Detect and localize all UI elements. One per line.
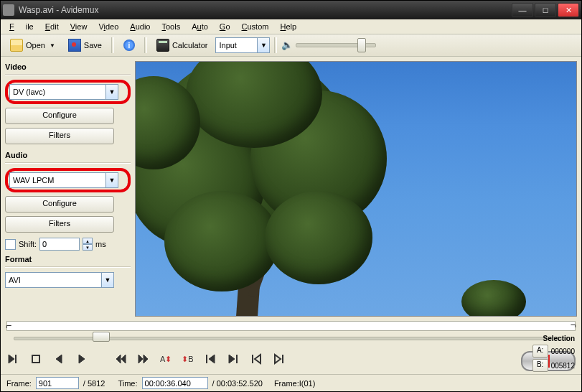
svg-rect-0 [32,355,39,363]
divider [5,74,131,75]
video-section-label: Video [5,62,131,71]
menu-tools[interactable]: Tools [156,21,186,32]
calculator-icon [156,39,169,52]
info-icon: i [123,39,135,51]
menu-view[interactable]: View [65,21,93,32]
toolbar-separator [111,37,114,53]
volume-thumb[interactable] [357,38,366,52]
shift-unit: ms [95,240,106,248]
prev-frame-button[interactable] [52,353,65,365]
prev-black-button[interactable] [250,353,263,365]
info-button[interactable]: i [118,37,140,54]
audio-section-label: Audio [5,151,131,159]
bottom-bar: A⬍ ⬍B Selection A: 000000 B: 005812 [1,350,581,374]
shift-input[interactable] [39,238,80,251]
goto-start-button[interactable] [204,353,217,365]
video-codec-combo[interactable]: DV (lavc) ▼ [9,84,118,100]
shift-checkbox[interactable] [5,239,16,250]
shift-label: Shift: [19,240,37,248]
frame-label: Frame: [6,379,32,388]
stop-button[interactable] [29,353,42,365]
play-button[interactable] [6,353,19,365]
menu-help[interactable]: Help [274,21,302,32]
chevron-down-icon: ▼ [257,38,269,52]
divider [5,162,131,164]
video-codec-value: DV (lavc) [10,88,105,96]
open-button[interactable]: Open ▼ [5,37,60,54]
volume-slider[interactable] [296,43,376,47]
marker-a-icon: ⌐ [6,319,11,331]
chevron-down-icon: ▼ [105,173,118,187]
format-section-label: Format [5,255,131,263]
save-label: Save [84,41,102,50]
audio-codec-combo[interactable]: WAV LPCM ▼ [9,172,118,188]
selection-track[interactable]: ⌐ ¬ [6,321,576,331]
frame-input[interactable] [36,377,79,389]
save-button[interactable]: Save [63,37,107,54]
sidebar: Video DV (lavc) ▼ Configure Filters Audi… [1,57,135,321]
transport-controls: A⬍ ⬍B [6,351,517,367]
goto-a-button[interactable]: A: [532,345,548,358]
titlebar: Wasp.avi - Avidemux — □ ✕ [1,1,581,19]
next-frame-button[interactable] [75,353,88,365]
minimize-button[interactable]: — [512,3,533,17]
video-filters-button[interactable]: Filters [5,128,114,144]
frame-type: Frame:I(01) [274,379,315,388]
menu-auto[interactable]: Auto [186,21,214,32]
menu-video[interactable]: Video [93,21,124,32]
maximize-button[interactable]: □ [535,3,556,17]
shift-spinner[interactable]: ▲▼ [83,238,93,251]
status-bar: Frame: / 5812 Time: / 00:03:52.520 Frame… [1,374,581,391]
toolbar: Open ▼ Save i Calculator Input ▼ [1,34,581,57]
speaker-icon[interactable] [281,39,293,51]
timeline-area: ⌐ ¬ [1,321,581,350]
frame-total: / 5812 [83,379,105,388]
open-label: Open [26,41,45,50]
selection-b-value: 005812 [551,362,575,370]
divider [5,266,131,268]
selection-a-value: 000000 [551,347,575,355]
menu-file[interactable]: File [4,21,39,32]
set-marker-a-button[interactable]: A⬍ [160,353,172,365]
position-thumb[interactable] [93,332,110,342]
toolbar-separator [274,37,277,53]
calculator-button[interactable]: Calculator [151,37,213,54]
app-icon [3,4,14,16]
format-combo[interactable]: AVI ▼ [5,272,114,288]
app-window: Wasp.avi - Avidemux — □ ✕ File Edit View… [0,0,582,392]
next-keyframe-button[interactable] [137,353,150,365]
position-slider[interactable] [14,334,568,341]
highlight-video-codec: DV (lavc) ▼ [5,80,131,104]
goto-end-button[interactable] [227,353,240,365]
prev-keyframe-button[interactable] [114,353,127,365]
format-value: AVI [6,276,101,284]
chevron-down-icon: ▼ [105,85,118,99]
calculator-label: Calculator [172,41,208,50]
window-title: Wasp.avi - Avidemux [19,5,512,15]
menu-custom[interactable]: Custom [236,21,275,32]
open-dropdown-arrow-icon[interactable]: ▼ [50,42,55,49]
mode-value: Input [216,41,257,50]
time-total: / 00:03:52.520 [212,379,263,388]
disk-icon [68,39,81,52]
set-marker-b-button[interactable]: ⬍B [182,353,193,365]
close-button[interactable]: ✕ [558,3,579,17]
chevron-down-icon: ▼ [101,273,113,287]
audio-codec-value: WAV LPCM [10,176,105,185]
highlight-audio-codec: WAV LPCM ▼ [5,168,131,192]
menu-go[interactable]: Go [214,21,236,32]
main-area: Video DV (lavc) ▼ Configure Filters Audi… [1,57,581,321]
audio-filters-button[interactable]: Filters [5,216,114,233]
goto-b-button[interactable]: B: [532,359,548,372]
video-configure-button[interactable]: Configure [5,108,114,124]
menu-edit[interactable]: Edit [39,21,65,32]
video-preview [135,61,577,317]
next-black-button[interactable] [273,353,286,365]
time-input[interactable] [142,377,208,389]
selection-panel: Selection A: 000000 B: 005812 [532,335,575,373]
menubar: File Edit View Video Audio Tools Auto Go… [1,19,581,34]
mode-combo[interactable]: Input ▼ [215,37,270,53]
menu-audio[interactable]: Audio [124,21,156,32]
audio-configure-button[interactable]: Configure [5,196,114,213]
folder-icon [10,39,23,52]
